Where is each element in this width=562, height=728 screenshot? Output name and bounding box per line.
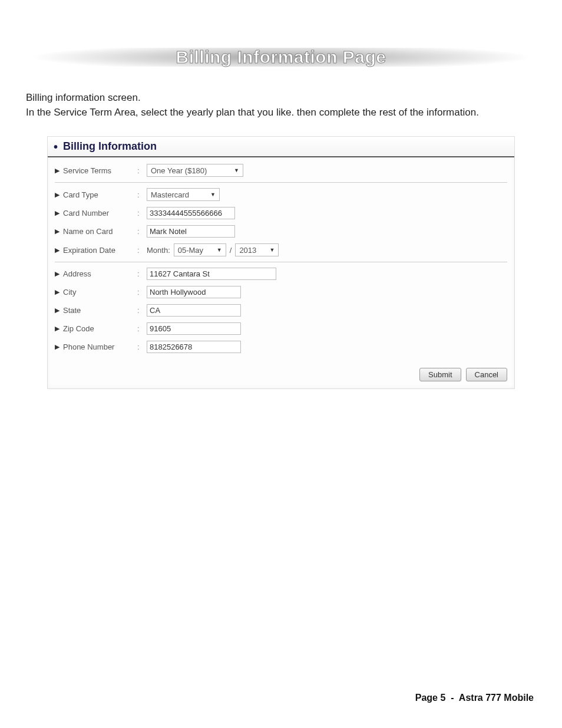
label-city: ▶ City — [55, 288, 137, 297]
separator — [55, 182, 507, 183]
city-input[interactable] — [147, 286, 241, 298]
row-card-number: ▶ Card Number : — [55, 204, 507, 222]
footer-dash: - — [451, 693, 454, 703]
label-address: ▶ Address — [55, 269, 137, 278]
triangle-icon: ▶ — [55, 325, 59, 332]
footer-doc: Astra 777 Mobile — [459, 693, 534, 703]
service-terms-select[interactable]: One Year ($180) ▼ — [147, 164, 243, 177]
page-footer: Page 5 - Astra 777 Mobile — [415, 693, 534, 703]
row-city: ▶ City : — [55, 283, 507, 301]
footer-page: Page 5 — [415, 693, 446, 703]
triangle-icon: ▶ — [55, 343, 59, 351]
row-address: ▶ Address : — [55, 265, 507, 283]
page-title: Billing Information Page — [176, 47, 386, 67]
caret-down-icon: ▼ — [210, 192, 216, 197]
label-zip: ▶ Zip Code — [55, 324, 137, 333]
triangle-icon: ▶ — [55, 246, 59, 254]
row-zip: ▶ Zip Code : — [55, 319, 507, 338]
label-state: ▶ State — [55, 306, 137, 315]
triangle-icon: ▶ — [55, 270, 59, 278]
exp-year-select[interactable]: 2013 ▼ — [235, 243, 279, 256]
phone-input[interactable] — [147, 341, 241, 353]
triangle-icon: ▶ — [55, 307, 59, 314]
row-name-on-card: ▶ Name on Card : — [55, 222, 507, 241]
card-number-input[interactable] — [147, 207, 235, 219]
colon: : — [137, 166, 147, 175]
intro-line-1: Billing information screen. — [26, 91, 536, 106]
name-on-card-input[interactable] — [147, 225, 235, 238]
label-service-terms: ▶ Service Terms — [55, 166, 137, 175]
row-state: ▶ State : — [55, 301, 507, 319]
form-area: ▶ Service Terms : One Year ($180) ▼ ▶ Ca… — [48, 157, 514, 362]
label-card-type: ▶ Card Type — [55, 190, 137, 199]
section-header-text: Billing Information — [63, 141, 157, 153]
bullet-icon: • — [54, 140, 58, 153]
address-input[interactable] — [147, 268, 276, 280]
label-phone: ▶ Phone Number — [55, 342, 137, 351]
intro-line-2: In the Service Term Area, select the yea… — [26, 106, 536, 120]
submit-button[interactable]: Submit — [419, 368, 461, 381]
caret-down-icon: ▼ — [234, 167, 239, 173]
label-expiration: ▶ Expiration Date — [55, 246, 137, 255]
exp-month-select[interactable]: 05-May ▼ — [174, 243, 226, 256]
separator — [55, 262, 507, 262]
triangle-icon: ▶ — [55, 191, 59, 199]
triangle-icon: ▶ — [55, 228, 59, 235]
row-card-type: ▶ Card Type : Mastercard ▼ — [55, 185, 507, 204]
cancel-button[interactable]: Cancel — [466, 368, 507, 381]
label-name-on-card: ▶ Name on Card — [55, 227, 137, 236]
row-phone: ▶ Phone Number : — [55, 338, 507, 356]
caret-down-icon: ▼ — [269, 247, 275, 253]
card-type-select[interactable]: Mastercard ▼ — [147, 188, 220, 201]
triangle-icon: ▶ — [55, 167, 59, 174]
state-input[interactable] — [147, 304, 241, 317]
button-row: Submit Cancel — [48, 362, 514, 388]
zip-input[interactable] — [147, 322, 241, 335]
row-service-terms: ▶ Service Terms : One Year ($180) ▼ — [55, 161, 507, 180]
billing-form-screenshot: • Billing Information ▶ Service Terms : … — [47, 136, 515, 389]
caret-down-icon: ▼ — [217, 247, 222, 253]
triangle-icon: ▶ — [55, 288, 59, 296]
row-expiration: ▶ Expiration Date : Month: 05-May ▼ / 20… — [55, 241, 507, 259]
triangle-icon: ▶ — [55, 209, 59, 217]
section-header: • Billing Information — [48, 137, 514, 157]
title-area: Billing Information Page — [26, 47, 536, 67]
date-separator: / — [230, 246, 232, 255]
label-card-number: ▶ Card Number — [55, 209, 137, 218]
intro-text: Billing information screen. In the Servi… — [26, 91, 536, 120]
document-page: Billing Information Page Billing informa… — [0, 0, 562, 728]
month-prefix: Month: — [147, 246, 170, 255]
